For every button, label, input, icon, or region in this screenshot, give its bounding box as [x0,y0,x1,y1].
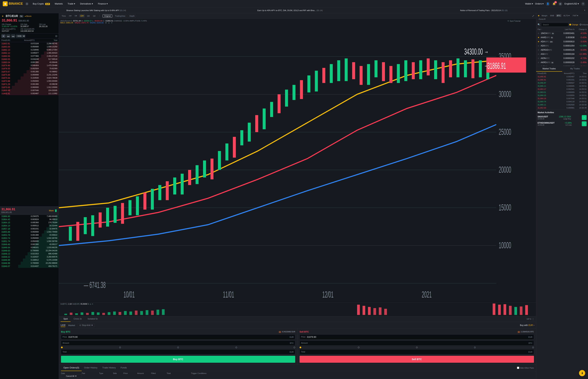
order-type-stop-limit[interactable]: ⊙ Stop-limit ▼ [78,323,95,327]
buy-amount-input[interactable] [71,342,290,344]
bid-row[interactable]: 31846.99 0.168812 5,376.15408 [0,258,59,262]
tab-open-orders[interactable]: Open Orders(0) [61,365,82,371]
activities-collapse-icon[interactable]: ⌃ [585,111,587,114]
buy-price-input-row[interactable]: Price EUR [61,334,295,339]
ask-row[interactable]: 31875.67 0.001380 43.98862 [0,70,59,73]
download-app-button[interactable]: ⬇ [579,370,585,376]
nav-language[interactable]: English/USD ▾ [564,2,579,5]
chart-view-tradingview[interactable]: TradingView [113,14,127,17]
search-change-option[interactable]: Change [569,24,578,26]
ask-row[interactable]: 31875.66 0.069998 2,231.23245 [0,73,59,77]
pair-star[interactable]: ☆ [538,45,540,47]
ask-row[interactable]: 31869.99 0.007046 224.55595 [0,89,59,92]
favorites-filter[interactable]: ★ [538,14,540,17]
order-type-limit[interactable]: Limit [61,324,65,327]
ob-buy-btn[interactable]: ▬ [11,34,15,38]
filter-bnb[interactable]: BNB [549,14,555,17]
nav-finance[interactable]: Finance ▾ [96,2,109,5]
tab-trade-history[interactable]: Trade History [100,365,118,371]
ask-row[interactable]: 31880.04 0.001380 43.99446 [0,61,59,64]
tab-market-trades[interactable]: Market Trades [536,66,562,72]
ob-both-btn[interactable]: ≡ [1,34,6,38]
tab-isolated[interactable]: Isolated 5x [85,316,101,322]
notification-icon[interactable]: 🔔 99+ [552,2,556,6]
sell-amount-input[interactable] [309,342,528,344]
nav-wallet[interactable]: Wallet ▾ [525,2,533,5]
filter-alts[interactable]: ALTS▼ [562,14,571,17]
pair-list-item[interactable]: ☆ AGI/BTC 0.00000184 -12.38% [536,52,588,56]
sell-slider-50[interactable] [416,347,418,348]
ma-settings-icon[interactable]: ⚙ [105,22,107,24]
announcement-2[interactable]: Earn Up to 40% APY on BTC, DIA, DUSK, EG… [197,9,384,11]
ask-row[interactable]: 31871.29 0.001380 43.98238 [0,83,59,86]
ask-row[interactable]: 31882.12 0.045977 1,465.84423 [0,51,59,55]
buy-btc-button[interactable]: Buy BTC [61,356,295,363]
pair-list-item[interactable]: ★ ADA/BTC 10x 0.00000810 -3.91% [536,40,588,44]
pair-list-item[interactable]: ☆ 1INCH/BTC 3x 0.00003491 -4.51% [536,31,588,35]
ask-row[interactable]: 31878.55 0.002504 79.82389 [0,67,59,70]
buy-amount-input-row[interactable]: Amount BTC [61,341,295,346]
settings-icon[interactable]: ⚙ [581,2,585,6]
tab-order-history[interactable]: Order History [82,365,100,371]
pair-list-item[interactable]: ★ AAVE/BTC 5x 0.003838 -5.42% [536,35,588,40]
order-type-market[interactable]: Market [68,324,75,327]
ob-sell-btn[interactable]: ▬ [6,34,10,38]
portfolio-icon[interactable]: ▦ [558,2,562,6]
ask-row[interactable]: 31875.64 0.154500 4,924.78638 [0,77,59,79]
bid-row[interactable]: 31866.90 0.234375 7,468.80469 [0,215,59,218]
spot-tutorial-link[interactable]: ⊙ Spot Tutorial [507,20,520,22]
sell-slider-100[interactable] [532,347,534,348]
hide-other-pairs[interactable]: Hide Other Pairs [517,367,534,369]
ask-row[interactable]: 31870.00 0.060000 1,912.20000 [0,86,59,89]
activity-item[interactable]: ETHDOWN/USDT 14:35:30 +3.08% In 5 min ↑ [538,121,587,126]
chart-interval-1m[interactable]: 1M [92,15,96,17]
nav-trade[interactable]: Trade ▾ [66,2,77,5]
ask-row[interactable]: 31880.55 0.016248 517.99518 [0,58,59,61]
pair-list-item[interactable]: ☆ ADX/BTC 0.00001054 +2.43% [536,44,588,48]
filter-margin[interactable]: Margin [541,14,548,17]
sell-amount-input-row[interactable]: Amount BTC [300,341,534,346]
filter-btc[interactable]: BTC [556,14,562,17]
pair-star[interactable]: ★ [538,40,540,43]
bid-row[interactable]: 31853.74 0.050000 1,592.68700 [0,237,59,240]
sell-btc-button[interactable]: Sell BTC [300,356,534,363]
activity-item[interactable]: SNX/USDT 14:35:34 1386.13 SNX Large Buy … [538,115,587,120]
tab-funds[interactable]: Funds [118,365,129,371]
bid-row[interactable]: 31864.15 0.005360 170.79184 [0,221,59,224]
sell-slider-0[interactable] [300,347,301,348]
bid-row[interactable]: 31851.74 0.050000 1,592.58700 [0,240,59,243]
buy-price-input[interactable] [68,336,290,338]
sell-total-row[interactable]: Total EUR [300,349,534,354]
ma-eye-icon[interactable]: ◎ [108,22,110,24]
vol-settings-icon[interactable]: ⚙ [88,303,89,305]
sell-total-input[interactable] [306,350,528,353]
buy-total-row[interactable]: Total EUR [61,349,295,354]
filter-fiat[interactable]: FIAT▼ [572,14,580,17]
pair-list-item[interactable]: ☆ ALPHA/BTC 3x 0.00001183 -5.66% [536,64,588,66]
pair-list-item[interactable]: ☆ AION/BTC 0.00000202 -4.72% [536,56,588,60]
ask-row[interactable]: 31880.56 0.077366 2,466.47140 [0,55,59,58]
search-volume-option[interactable]: Volume [580,24,588,26]
trading-more-icon[interactable]: ⋮ [532,318,534,320]
pair-star[interactable]: ☆ [538,49,540,51]
ma-close-icon[interactable]: ✕ [111,22,112,24]
announcement-close[interactable]: ▾ [584,9,585,11]
hide-pairs-checkbox[interactable] [517,367,519,369]
bid-row[interactable]: 31864.14 0.000512 16.31444 [0,224,59,227]
ask-row[interactable]: 31883.05 0.050000 1,594.15250 [0,45,59,48]
sell-slider-75[interactable] [474,347,476,348]
bid-row[interactable]: 31848.63 0.700000 22,294.04100 [0,249,59,252]
search-input[interactable] [541,23,568,27]
bid-row[interactable]: 31846.98 0.700000 22,292.88600 [0,262,59,265]
cancel-all-button[interactable]: Cancel All ▼ [61,374,82,378]
chart-view-depth[interactable]: Depth [128,14,136,17]
pair-star[interactable]: ★ [538,36,540,39]
buy-slider-75[interactable] [235,347,237,348]
bid-row[interactable]: 31848.23 0.021553 686.42490 [0,252,59,255]
nav-derivatives[interactable]: Derivatives ▾ [78,2,95,5]
pair-list-item[interactable]: ☆ AERGO/BTC 0.00000126 -8.03% [536,48,588,52]
chart-interval-m[interactable]: m▾ [68,14,73,17]
chart-interval-time[interactable]: Time [61,15,67,17]
bid-row[interactable]: 31864.45 0.003024 96.35810 [0,218,59,221]
bid-row[interactable]: 31855.88 0.050000 1,592.79400 [0,230,59,234]
